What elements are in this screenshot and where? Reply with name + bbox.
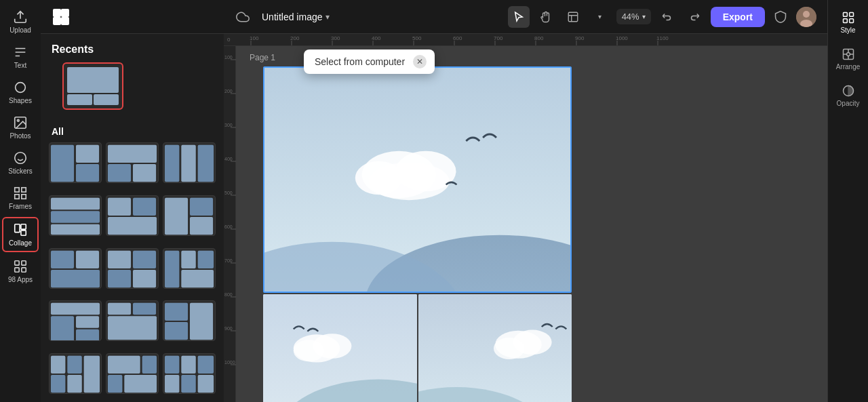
- document-title-area[interactable]: Untitled image ▾: [262, 12, 330, 22]
- svg-rect-31: [51, 198, 100, 210]
- collage-thumb-5[interactable]: [106, 195, 159, 236]
- svg-text:800: 800: [534, 35, 544, 41]
- collage-bottom-left-panel[interactable]: [263, 294, 417, 402]
- svg-rect-22: [51, 145, 74, 182]
- svg-point-0: [16, 83, 26, 93]
- svg-text:500: 500: [412, 35, 422, 41]
- collage-thumb-9[interactable]: [163, 248, 216, 289]
- svg-rect-67: [142, 356, 157, 374]
- sidebar-item-apps[interactable]: 98 Apps: [2, 255, 39, 287]
- svg-rect-20: [67, 94, 92, 105]
- svg-rect-64: [51, 375, 65, 393]
- sidebar-item-upload[interactable]: Upload: [2, 5, 39, 38]
- collage-thumb-2[interactable]: [106, 142, 159, 183]
- svg-text:1100: 1100: [656, 35, 669, 41]
- svg-point-129: [369, 163, 450, 201]
- svg-rect-40: [51, 250, 74, 268]
- svg-rect-46: [133, 270, 156, 287]
- collage-bottom-right-panel[interactable]: [418, 294, 572, 402]
- svg-text:900: 900: [575, 35, 585, 41]
- svg-text:900: 900: [224, 326, 233, 331]
- svg-rect-23: [76, 145, 99, 163]
- collage-thumb-1[interactable]: [49, 142, 102, 183]
- zoom-value: 44%: [622, 12, 639, 22]
- select-from-computer-popup: Select from computer ✕: [304, 49, 435, 74]
- svg-rect-27: [133, 164, 156, 182]
- svg-rect-60: [165, 322, 188, 340]
- cloud-save-button[interactable]: [232, 6, 254, 28]
- collage-thumb-11[interactable]: [106, 300, 159, 341]
- page-label: Page 1: [250, 53, 275, 62]
- undo-button[interactable]: [656, 6, 678, 28]
- collage-thumb-6[interactable]: [163, 195, 216, 236]
- frame-tool-button[interactable]: [562, 6, 584, 28]
- redo-button[interactable]: [684, 6, 705, 28]
- export-button[interactable]: Export: [711, 7, 765, 27]
- svg-rect-75: [198, 375, 214, 393]
- sidebar-item-shapes[interactable]: Shapes: [2, 76, 39, 108]
- svg-rect-58: [165, 303, 188, 321]
- user-avatar[interactable]: [796, 7, 816, 27]
- collage-thumb-4[interactable]: [49, 195, 102, 236]
- svg-text:1000: 1000: [616, 35, 628, 41]
- collage-thumb-13[interactable]: [49, 353, 102, 394]
- svg-rect-69: [124, 375, 157, 393]
- collage-thumb-12[interactable]: [163, 300, 216, 341]
- svg-text:0: 0: [227, 37, 231, 43]
- right-panel: Style Arrange Opacity: [827, 0, 868, 402]
- tooltip-close-button[interactable]: ✕: [413, 55, 427, 68]
- svg-point-78: [803, 11, 810, 18]
- svg-rect-41: [76, 250, 99, 268]
- svg-rect-59: [190, 303, 213, 340]
- svg-rect-37: [165, 198, 188, 235]
- sidebar-item-stickers[interactable]: Stickers: [2, 146, 39, 179]
- svg-text:100: 100: [224, 55, 233, 60]
- svg-rect-74: [181, 375, 195, 393]
- svg-rect-66: [108, 356, 140, 374]
- zoom-control[interactable]: 44% ▾: [616, 9, 651, 24]
- svg-rect-32: [51, 211, 100, 223]
- recent-selected-thumb[interactable]: [62, 62, 123, 110]
- arrange-panel-button[interactable]: Arrange: [830, 42, 867, 76]
- ruler-vertical: 100 200 300 400 500 600 700 800 900 1000: [224, 46, 236, 402]
- hand-tool-button[interactable]: [535, 6, 557, 28]
- collage-thumb-8[interactable]: [106, 248, 159, 289]
- svg-rect-38: [190, 198, 213, 216]
- svg-rect-34: [108, 198, 131, 216]
- svg-rect-143: [849, 19, 853, 23]
- collage-top-panel[interactable]: [263, 66, 572, 293]
- svg-text:300: 300: [224, 123, 233, 127]
- zoom-dropdown-icon: ▾: [642, 13, 646, 20]
- collage-thumb-15[interactable]: [163, 353, 216, 394]
- sidebar-item-collage[interactable]: Collage: [2, 217, 39, 252]
- collage-thumb-14[interactable]: [106, 353, 159, 394]
- collage-thumb-7[interactable]: [49, 248, 102, 289]
- svg-point-3: [15, 153, 26, 164]
- select-tool-button[interactable]: [508, 6, 530, 28]
- top-bar: [41, 0, 224, 34]
- opacity-label: Opacity: [837, 100, 860, 107]
- style-panel-button[interactable]: Style: [830, 5, 867, 39]
- svg-rect-65: [67, 375, 81, 393]
- svg-rect-76: [568, 12, 578, 22]
- collage-thumb-3[interactable]: [163, 142, 216, 183]
- svg-rect-29: [181, 145, 195, 182]
- svg-rect-70: [165, 356, 179, 374]
- app-logo: [52, 7, 71, 26]
- collage-grid: [41, 142, 224, 402]
- sidebar-item-frames[interactable]: Frames: [2, 182, 39, 214]
- sidebar-item-text[interactable]: Text: [2, 41, 39, 73]
- frame-dropdown-button[interactable]: ▾: [589, 6, 611, 28]
- svg-point-139: [493, 338, 524, 359]
- svg-text:400: 400: [224, 157, 233, 161]
- canvas-viewport: Page 1 Select from computer ✕: [236, 46, 827, 402]
- left-toolbar: Upload Text Shapes Photos Stickers Frame…: [0, 0, 41, 402]
- main-collage-canvas: [263, 66, 572, 402]
- svg-text:200: 200: [224, 89, 233, 94]
- collage-thumb-10[interactable]: [49, 300, 102, 341]
- sidebar-item-photos[interactable]: Photos: [2, 111, 39, 144]
- svg-rect-7: [22, 195, 26, 199]
- opacity-panel-button[interactable]: Opacity: [830, 79, 867, 113]
- svg-rect-72: [198, 356, 214, 374]
- shield-button[interactable]: [770, 7, 791, 27]
